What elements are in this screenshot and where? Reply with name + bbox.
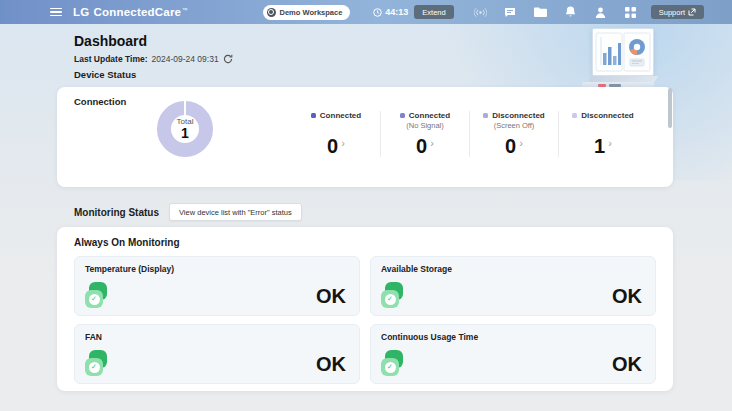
check-icon	[91, 363, 97, 371]
chat-icon[interactable]	[504, 6, 517, 19]
external-link-icon	[688, 8, 696, 16]
clock-icon	[372, 7, 382, 17]
illustration-base	[588, 76, 659, 83]
check-icon	[387, 363, 393, 371]
always-on-monitoring-title: Always On Monitoring	[74, 237, 180, 248]
donut-total-value: 1	[181, 126, 189, 141]
workspace-label: Demo Workspace	[280, 8, 343, 17]
legend-item-disconnected-screen-off[interactable]: Disconnected (Screen Off) 0	[470, 110, 558, 158]
app-root: LG ConnectedCare ™ Demo Workspace 44:13 …	[0, 0, 732, 411]
status-ok-icon	[85, 350, 111, 376]
chevron-right-icon	[430, 131, 434, 155]
status-value: OK	[612, 353, 642, 376]
header-right-cluster: Demo Workspace 44:13 Extend	[263, 5, 704, 20]
header-icon-bar	[474, 6, 637, 19]
bell-icon[interactable]	[564, 6, 577, 19]
main-content: Dashboard Last Update Time: 2024-09-24 0…	[0, 24, 732, 411]
support-label: Support	[659, 8, 685, 17]
scrollbar-thumb[interactable]	[668, 88, 672, 128]
view-error-devices-button[interactable]: View device list with "Error" status	[169, 203, 302, 221]
check-icon	[91, 295, 97, 303]
top-header: LG ConnectedCare ™ Demo Workspace 44:13 …	[0, 0, 732, 24]
workspace-switcher[interactable]: Demo Workspace	[263, 5, 351, 20]
connection-card-title: Connection	[74, 96, 126, 107]
legend-count: 0	[327, 134, 338, 158]
status-card-temperature-display[interactable]: Temperature (Display) OK	[74, 256, 360, 316]
status-card-title: Continuous Usage Time	[381, 332, 478, 342]
hamburger-menu-icon[interactable]	[50, 8, 62, 17]
monitoring-status-row: Monitoring Status View device list with …	[74, 203, 302, 221]
page-title: Dashboard	[74, 33, 147, 49]
folder-icon[interactable]	[534, 6, 547, 19]
status-ok-icon	[85, 282, 111, 308]
timer-value: 44:13	[385, 7, 408, 17]
workspace-icon	[267, 8, 276, 17]
last-update-row: Last Update Time: 2024-09-24 09:31	[74, 53, 234, 64]
last-update-label: Last Update Time:	[74, 54, 148, 64]
legend-dot	[400, 113, 405, 118]
lg-connectedcare-logo: LG ConnectedCare ™	[73, 6, 188, 18]
donut-segment-gap	[184, 101, 186, 115]
status-ok-icon	[381, 350, 407, 376]
status-value: OK	[316, 285, 346, 308]
logo-trademark: ™	[182, 7, 188, 13]
always-on-monitoring-card: Always On Monitoring Temperature (Displa…	[57, 227, 673, 391]
chevron-right-icon	[608, 131, 612, 155]
chevron-right-icon	[341, 131, 345, 155]
support-button[interactable]: Support	[651, 5, 704, 19]
status-card-fan[interactable]: FAN OK	[74, 324, 360, 384]
connection-donut-chart: Total 1	[157, 101, 213, 157]
legend-count-link[interactable]: 0	[416, 134, 434, 158]
donut-center: Total 1	[171, 115, 199, 143]
legend-count-link[interactable]: 0	[505, 134, 523, 158]
legend-label: Disconnected	[581, 111, 633, 120]
legend-item-disconnected[interactable]: Disconnected 1	[559, 110, 647, 158]
legend-dot	[483, 113, 488, 118]
monitoring-status-heading: Monitoring Status	[74, 207, 159, 218]
apps-grid-icon[interactable]	[624, 6, 637, 19]
legend-item-connected[interactable]: Connected 0	[292, 110, 380, 158]
logo-product: ConnectedCare	[94, 6, 182, 18]
legend-count: 1	[594, 134, 605, 158]
legend-label: Connected	[320, 111, 361, 120]
legend-count-link[interactable]: 0	[327, 134, 345, 158]
legend-count-link[interactable]: 1	[594, 134, 612, 158]
legend-count: 0	[505, 134, 516, 158]
check-icon	[387, 295, 393, 303]
cast-icon[interactable]	[474, 6, 487, 19]
legend-dot	[311, 113, 316, 118]
legend-item-connected-no-signal[interactable]: Connected (No Signal) 0	[381, 110, 469, 158]
device-status-heading: Device Status	[74, 69, 136, 80]
session-timer: 44:13	[372, 7, 408, 17]
refresh-icon[interactable]	[223, 53, 234, 64]
chevron-right-icon	[519, 131, 523, 155]
status-card-title: FAN	[85, 332, 102, 342]
legend-count: 0	[416, 134, 427, 158]
status-card-title: Temperature (Display)	[85, 264, 174, 274]
user-icon[interactable]	[594, 6, 607, 19]
status-value: OK	[316, 353, 346, 376]
last-update-value: 2024-09-24 09:31	[152, 54, 219, 64]
legend-sublabel: (No Signal)	[406, 121, 444, 131]
status-value: OK	[612, 285, 642, 308]
extend-button[interactable]: Extend	[414, 5, 453, 19]
connection-card: Connection Total 1 Connected 0	[57, 87, 673, 187]
status-ok-icon	[381, 282, 407, 308]
monitoring-cards-grid: Temperature (Display) OK Available Stora…	[74, 256, 656, 384]
status-card-title: Available Storage	[381, 264, 452, 274]
legend-sublabel: (Screen Off)	[494, 121, 535, 131]
legend-dot	[572, 113, 577, 118]
legend-label: Disconnected	[492, 111, 544, 120]
legend-label: Connected	[409, 111, 450, 120]
status-card-available-storage[interactable]: Available Storage OK	[370, 256, 656, 316]
illustration-monitor	[592, 28, 654, 76]
status-card-continuous-usage-time[interactable]: Continuous Usage Time OK	[370, 324, 656, 384]
logo-lg: LG	[73, 6, 90, 18]
connection-legend: Connected 0 Connected (No Signal)	[292, 110, 647, 158]
